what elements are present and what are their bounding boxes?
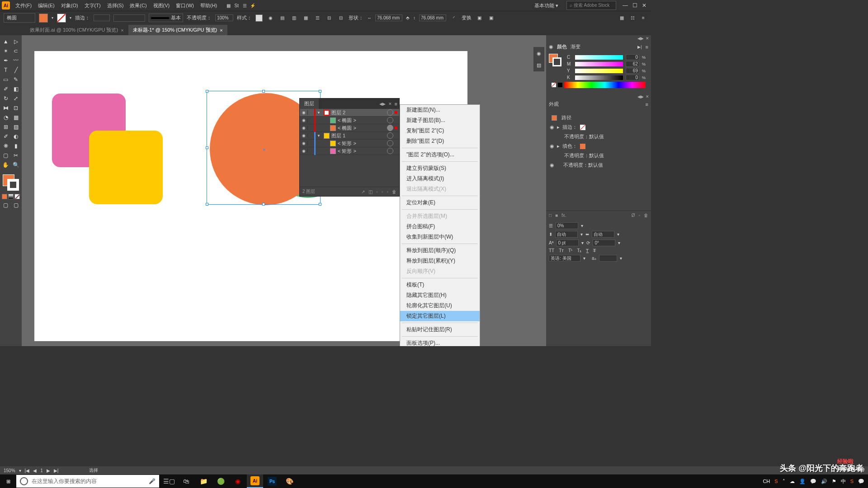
- layer-row-ellipse1[interactable]: ◉ < 椭圆 >: [300, 117, 399, 124]
- shape-builder-tool[interactable]: ◔: [1, 113, 11, 122]
- menu-select[interactable]: 选择(S): [104, 1, 127, 10]
- align-icon3[interactable]: ▦: [302, 14, 310, 22]
- target-icon[interactable]: [387, 140, 393, 146]
- fill-swatch[interactable]: [39, 14, 48, 23]
- menu-view[interactable]: 视图(V): [151, 1, 173, 10]
- ctx-isolation[interactable]: 进入隔离模式(I): [400, 174, 480, 184]
- style-swatch[interactable]: [255, 14, 263, 22]
- ctx-delete[interactable]: 删除"图层 2"(D): [400, 136, 480, 146]
- expand-icon[interactable]: ▼: [316, 134, 322, 138]
- column-graph-tool[interactable]: ▮: [11, 141, 21, 150]
- ctx-new-sublayer[interactable]: 新建子图层(B)...: [400, 115, 480, 126]
- doc-tab-1[interactable]: 效果封面.ai @ 100% (CMYK/GPU 预览)×: [25, 25, 128, 35]
- line-tool[interactable]: ╱: [11, 66, 21, 75]
- magic-wand-tool[interactable]: ✴: [1, 47, 11, 56]
- doc-tab-2[interactable]: 未标题-1* @ 150% (CMYK/GPU 预览)×: [128, 25, 227, 35]
- arrange-icon[interactable]: ☰: [241, 1, 249, 9]
- new-layer-icon[interactable]: ▫: [382, 189, 383, 194]
- align-icon6[interactable]: ⊟: [337, 14, 345, 22]
- new-layer-icon2[interactable]: ▫: [387, 189, 388, 194]
- leading-input[interactable]: [555, 231, 578, 238]
- superscript-icon[interactable]: T¹: [568, 248, 572, 253]
- visibility-toggle[interactable]: ◉: [300, 141, 308, 145]
- panel-menu-icon[interactable]: ≡: [395, 101, 397, 107]
- panel-icon[interactable]: ◉: [549, 44, 553, 50]
- recolor-icon[interactable]: ◉: [266, 14, 274, 22]
- visibility-toggle[interactable]: ◉: [550, 143, 554, 149]
- appearance-tab[interactable]: 外观: [549, 101, 559, 108]
- layer-row-rect1[interactable]: ◉ < 矩形 >: [300, 140, 399, 147]
- panel-collapse-icon[interactable]: ◀▶: [637, 36, 644, 41]
- snap-icon[interactable]: ▦: [618, 14, 626, 22]
- none-mode-icon[interactable]: [14, 194, 20, 199]
- artboard-tool[interactable]: ▢: [1, 151, 11, 160]
- new-sublayer-icon[interactable]: ▫: [376, 189, 378, 194]
- ctx-template[interactable]: 模板(T): [400, 280, 480, 290]
- smallcaps-icon[interactable]: Tт: [559, 248, 564, 253]
- target-icon[interactable]: [387, 117, 393, 123]
- pen-tool[interactable]: ✒: [1, 56, 11, 65]
- visibility-toggle[interactable]: ◉: [300, 133, 308, 138]
- kerning-input[interactable]: [556, 222, 578, 229]
- target-icon[interactable]: [387, 109, 393, 116]
- width-input[interactable]: [375, 14, 402, 21]
- free-transform-tool[interactable]: ⊡: [11, 103, 21, 113]
- direct-selection-tool[interactable]: ▷: [11, 37, 21, 46]
- yellow-input[interactable]: [626, 68, 639, 74]
- gpu-icon[interactable]: ⚡: [249, 1, 257, 9]
- minimize-button[interactable]: —: [623, 2, 628, 9]
- delete-icon[interactable]: 🗑: [644, 213, 648, 218]
- ctx-lock-others[interactable]: 锁定其它图层(L): [400, 311, 480, 321]
- panel-collapse-icon[interactable]: ◀▶: [379, 102, 386, 106]
- slice-tool[interactable]: ✂: [11, 151, 21, 160]
- add-stroke-icon[interactable]: □: [549, 213, 552, 218]
- lasso-tool[interactable]: ⊂: [11, 47, 21, 56]
- clip-mask-icon[interactable]: ◫: [368, 189, 373, 194]
- eraser-tool[interactable]: ◧: [11, 84, 21, 94]
- selection-tool[interactable]: ▲: [1, 37, 11, 46]
- baseline-input[interactable]: [556, 239, 579, 246]
- tab-close-icon[interactable]: ×: [121, 28, 123, 33]
- panel-menu-icon[interactable]: ≡: [646, 102, 648, 107]
- eyedropper-tool[interactable]: ✐: [1, 132, 11, 141]
- close-button[interactable]: ✕: [642, 2, 646, 9]
- delete-layer-icon[interactable]: 🗑: [392, 189, 396, 194]
- add-fill-icon[interactable]: ■: [555, 213, 558, 218]
- ctx-outline-others[interactable]: 轮廓化其它图层(U): [400, 300, 480, 311]
- stroke-width-input[interactable]: [94, 14, 110, 21]
- corner-icon[interactable]: ◜: [450, 14, 458, 22]
- shaper-tool[interactable]: ✐: [1, 84, 11, 94]
- panel-collapse-icon[interactable]: ◀▶: [637, 94, 644, 99]
- ctx-clipping[interactable]: 建立剪切蒙版(S): [400, 163, 480, 174]
- layers-tab[interactable]: 图层: [300, 99, 319, 109]
- spectrum-bar[interactable]: [564, 82, 646, 88]
- layer-row-rect2[interactable]: ◉ < 矩形 >: [300, 147, 399, 155]
- panel-collapse-icon[interactable]: ▶|: [637, 45, 642, 49]
- color-mode-icon[interactable]: [2, 194, 7, 199]
- appearance-opacity[interactable]: 不透明度：默认值: [564, 133, 604, 140]
- layer-row-ellipse2[interactable]: ◉ < 椭圆 >: [300, 124, 399, 132]
- panel-menu-icon[interactable]: ≡: [646, 44, 648, 50]
- visibility-toggle[interactable]: ◉: [300, 149, 308, 153]
- menu-help[interactable]: 帮助(H): [198, 1, 220, 10]
- target-icon[interactable]: [387, 148, 393, 154]
- stock-icon[interactable]: St: [232, 1, 241, 9]
- fill-stroke-control[interactable]: [1, 173, 21, 192]
- visibility-toggle[interactable]: ◉: [550, 124, 554, 130]
- isolate-icon[interactable]: ▣: [475, 14, 483, 22]
- menu-object[interactable]: 对象(O): [58, 1, 81, 10]
- hand-tool[interactable]: ✋: [1, 160, 11, 169]
- tracking-input[interactable]: [592, 231, 614, 238]
- curvature-tool[interactable]: 〰: [11, 56, 21, 65]
- locate-layer-icon[interactable]: ↗: [361, 189, 365, 194]
- workspace-switcher[interactable]: 基本功能 ▾: [530, 1, 563, 10]
- menu-edit[interactable]: 编辑(E): [35, 1, 57, 10]
- ctx-hide-others[interactable]: 隐藏其它图层(H): [400, 290, 480, 300]
- change-screen-tool[interactable]: ▢: [11, 201, 21, 210]
- ctx-panel-options[interactable]: 面板选项(P)...: [400, 338, 480, 346]
- panel-close-icon[interactable]: ✕: [646, 94, 649, 99]
- cyan-input[interactable]: [626, 54, 639, 60]
- visibility-toggle[interactable]: ◉: [550, 162, 554, 168]
- layer-row-layer2[interactable]: ◉ ▼ 图层 2: [300, 109, 399, 117]
- gradient-tab[interactable]: 渐变: [571, 43, 580, 50]
